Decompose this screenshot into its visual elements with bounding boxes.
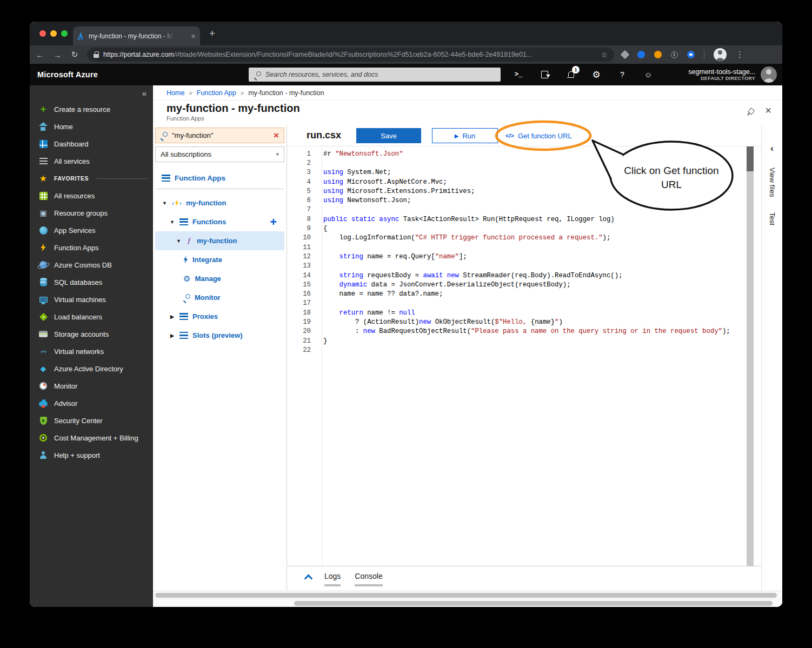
- extension-icon[interactable]: [621, 50, 630, 59]
- sidebar-item-function-apps[interactable]: Function Apps: [30, 239, 153, 256]
- breadcrumb-separator: >: [241, 90, 244, 96]
- chevron-left-icon[interactable]: ‹: [770, 144, 773, 153]
- chevron-right-icon[interactable]: ▶: [169, 314, 175, 319]
- browser-profile-avatar[interactable]: [714, 48, 727, 61]
- refresh-icon[interactable]: ↻: [70, 50, 79, 59]
- account-info[interactable]: segment-tools-stage... DEFAULT DIRECTORY: [688, 68, 755, 81]
- cloud-shell-icon[interactable]: >_: [514, 69, 523, 80]
- notifications-bell-icon[interactable]: 1: [565, 69, 575, 80]
- bottom-tab-console[interactable]: Console: [355, 572, 382, 586]
- subscriptions-dropdown[interactable]: All subscriptions ▾: [155, 146, 284, 162]
- play-icon: ▶: [455, 133, 459, 139]
- add-function-button[interactable]: +: [270, 216, 277, 228]
- tree-item-integrate[interactable]: Integrate: [155, 250, 284, 269]
- breadcrumb-link-home[interactable]: Home: [167, 89, 184, 97]
- browser-menu-icon[interactable]: ⋮: [736, 50, 744, 59]
- bolt-icon: [183, 256, 188, 264]
- directory-filter-icon[interactable]: [540, 69, 549, 80]
- close-window-button[interactable]: [39, 30, 46, 37]
- sidebar-item-storage-accounts[interactable]: Storage accounts: [30, 325, 153, 343]
- back-icon[interactable]: ←: [35, 50, 45, 59]
- sidebar-item-advisor[interactable]: Advisor: [30, 395, 153, 412]
- tree-item-proxies[interactable]: ▶Proxies: [155, 307, 284, 326]
- code-text: public static async Task<IActionResult> …: [317, 216, 615, 223]
- scrollbar-thumb[interactable]: [294, 601, 773, 606]
- scrollbar-thumb[interactable]: [747, 146, 754, 171]
- sidebar-item-help-support[interactable]: Help + support: [30, 446, 153, 464]
- horizontal-scrollbar[interactable]: [153, 599, 782, 607]
- minimize-window-button[interactable]: [50, 30, 57, 37]
- bottom-tab-logs[interactable]: Logs: [324, 572, 341, 586]
- tree-item-function-apps[interactable]: Function Apps: [155, 170, 284, 186]
- new-tab-button[interactable]: +: [209, 28, 215, 38]
- extension-icon[interactable]: [687, 51, 695, 58]
- code-area[interactable]: 1#r "Newtonsoft.Json"23using System.Net;…: [287, 146, 761, 566]
- extension-icon[interactable]: [654, 51, 662, 58]
- azure-favicon-icon: [77, 32, 85, 40]
- rail-tab-test[interactable]: Test: [768, 212, 776, 225]
- sidebar-item-virtual-machines[interactable]: Virtual machines: [30, 291, 153, 308]
- tree-item-label: Functions: [192, 218, 226, 226]
- tree-item-manage[interactable]: ⚙Manage: [155, 269, 284, 288]
- lock-icon: [94, 51, 99, 58]
- expand-logs-chevron-icon[interactable]: [304, 574, 313, 583]
- breadcrumb-link-function-app[interactable]: Function App: [197, 89, 236, 97]
- sidebar-item-virtual-networks[interactable]: ‹∙∙›Virtual networks: [30, 343, 153, 360]
- sidebar-item-security-center[interactable]: Security Center: [30, 412, 153, 429]
- sidebar-item-label: Home: [54, 123, 73, 131]
- line-number: 15: [287, 281, 317, 289]
- tree-item-my-function[interactable]: ▼‹›my-function: [155, 193, 284, 212]
- code-line: 13: [287, 262, 761, 271]
- browser-tab[interactable]: my-function - my-function - Mi ×: [73, 26, 200, 45]
- tree-item-my-function[interactable]: ▼ƒmy-function: [155, 231, 284, 250]
- horizontal-scrollbar[interactable]: [153, 591, 782, 599]
- extension-icon[interactable]: [637, 51, 645, 58]
- code-line: 12 string name = req.Query["name"];: [287, 252, 761, 261]
- vertical-scrollbar[interactable]: [747, 146, 754, 566]
- save-button[interactable]: Save: [356, 128, 421, 143]
- settings-gear-icon[interactable]: ⚙: [591, 69, 601, 80]
- tree-item-slots-preview[interactable]: ▶Slots (preview): [155, 326, 284, 345]
- sidebar-item-app-services[interactable]: App Services: [30, 222, 153, 239]
- close-blade-icon[interactable]: ×: [765, 104, 771, 117]
- help-icon[interactable]: ?: [617, 69, 627, 80]
- clear-search-icon[interactable]: ×: [274, 131, 279, 140]
- sidebar-item-all-resources[interactable]: All resources: [30, 187, 153, 204]
- account-avatar[interactable]: [761, 66, 777, 83]
- maximize-window-button[interactable]: [61, 30, 68, 37]
- address-bar[interactable]: https://portal.azure.com/#blade/Websites…: [87, 48, 614, 62]
- sidebar-item-all-services[interactable]: All services: [30, 152, 153, 170]
- tree-item-functions[interactable]: ▼Functions+: [155, 212, 284, 231]
- sidebar-item-cost-management-billing[interactable]: Cost Management + Billing: [30, 429, 153, 446]
- list-icon: [179, 313, 188, 320]
- chevron-right-icon[interactable]: ▶: [169, 333, 175, 338]
- sidebar-item-azure-cosmos-db[interactable]: Azure Cosmos DB: [30, 256, 153, 273]
- code-editor-pane: run.csx Save ▶Run </>Get function URL 1#…: [287, 125, 762, 591]
- line-number: 5: [287, 188, 317, 195]
- sidebar-item-resource-groups[interactable]: ▣Resource groups: [30, 204, 153, 222]
- extension-icon[interactable]: [671, 51, 678, 58]
- rail-tab-view-files[interactable]: View files: [768, 168, 776, 197]
- chevron-down-icon[interactable]: ▼: [176, 238, 182, 244]
- feedback-smiley-icon[interactable]: ☺: [643, 69, 653, 80]
- chevron-down-icon[interactable]: ▼: [169, 219, 175, 225]
- sidebar-item-dashboard[interactable]: Dashboard: [30, 135, 153, 152]
- sidebar-item-load-balancers[interactable]: Load balancers: [30, 308, 153, 325]
- sidebar-item-create-a-resource[interactable]: +Create a resource: [30, 101, 153, 118]
- forward-icon[interactable]: →: [52, 50, 62, 59]
- tree-item-monitor[interactable]: Monitor: [155, 288, 284, 307]
- scrollbar-thumb[interactable]: [155, 593, 777, 598]
- tab-close-icon[interactable]: ×: [191, 31, 196, 41]
- notification-badge: 1: [572, 66, 580, 74]
- run-button[interactable]: ▶Run: [432, 128, 498, 143]
- sidebar-item-monitor[interactable]: Monitor: [30, 377, 153, 395]
- sidebar-item-home[interactable]: Home: [30, 118, 153, 135]
- sidebar-collapse-icon[interactable]: «: [30, 86, 153, 101]
- bookmark-star-icon[interactable]: ☆: [601, 50, 608, 59]
- function-search-input[interactable]: "my-function" ×: [155, 128, 284, 143]
- sidebar-item-sql-databases[interactable]: SQLSQL databases: [30, 273, 153, 291]
- chevron-down-icon[interactable]: ▼: [162, 201, 168, 206]
- azure-search-input[interactable]: Search resources, services, and docs: [249, 68, 501, 82]
- get-function-url-button[interactable]: </>Get function URL: [505, 128, 572, 143]
- sidebar-item-azure-active-directory[interactable]: ◆Azure Active Directory: [30, 360, 153, 377]
